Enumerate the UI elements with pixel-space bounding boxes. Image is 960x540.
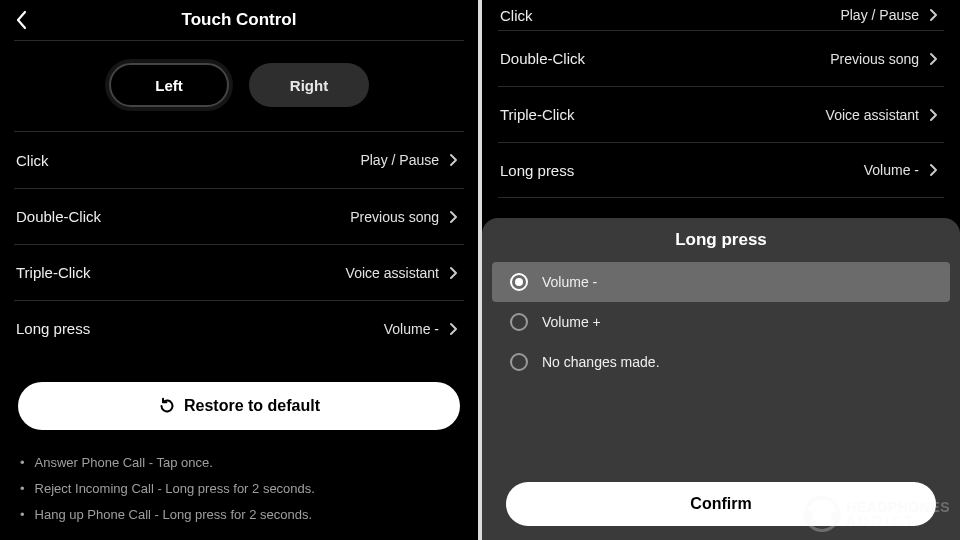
radio-icon	[510, 353, 528, 371]
chevron-right-icon	[449, 153, 458, 167]
row-long-press[interactable]: Long press Volume -	[498, 142, 944, 198]
chevron-right-icon	[449, 322, 458, 336]
row-value: Voice assistant	[346, 265, 439, 281]
chevron-right-icon	[929, 52, 938, 66]
refresh-icon	[158, 397, 176, 415]
radio-icon	[510, 273, 528, 291]
option-no-changes[interactable]: No changes made.	[492, 342, 950, 382]
row-label: Click	[16, 152, 49, 169]
row-label: Click	[500, 7, 533, 24]
tab-right-ear[interactable]: Right	[249, 63, 369, 107]
chevron-right-icon	[929, 8, 938, 22]
bullet-item: Reject Incoming Call - Long press for 2 …	[20, 476, 458, 502]
chevron-right-icon	[929, 108, 938, 122]
radio-icon	[510, 313, 528, 331]
row-value: Previous song	[350, 209, 439, 225]
tab-left-ear[interactable]: Left	[109, 63, 229, 107]
confirm-button[interactable]: Confirm	[506, 482, 936, 526]
ear-tabs: Left Right	[0, 41, 478, 131]
row-label: Double-Click	[16, 208, 101, 225]
row-triple-click[interactable]: Triple-Click Voice assistant	[498, 86, 944, 142]
row-double-click[interactable]: Double-Click Previous song	[498, 30, 944, 86]
row-label: Long press	[16, 320, 90, 337]
restore-default-button[interactable]: Restore to default	[18, 382, 460, 430]
chevron-right-icon	[449, 210, 458, 224]
row-value: Play / Pause	[840, 7, 919, 23]
row-label: Triple-Click	[16, 264, 90, 281]
bottom-sheet: Long press Volume - Volume + No changes …	[482, 218, 960, 540]
row-label: Triple-Click	[500, 106, 574, 123]
page-title: Touch Control	[0, 10, 478, 30]
sheet-title: Long press	[482, 230, 960, 250]
row-value: Voice assistant	[826, 107, 919, 123]
row-click[interactable]: Click Play / Pause	[14, 132, 464, 188]
row-double-click[interactable]: Double-Click Previous song	[14, 188, 464, 244]
bullet-item: Hang up Phone Call - Long press for 2 se…	[20, 502, 458, 528]
option-volume-up[interactable]: Volume +	[492, 302, 950, 342]
bullet-item: Answer Phone Call - Tap once.	[20, 450, 458, 476]
row-value: Volume -	[864, 162, 919, 178]
option-label: Volume -	[542, 274, 597, 290]
right-pane: Click Play / Pause Double-Click Previous…	[482, 0, 960, 540]
restore-label: Restore to default	[184, 397, 320, 415]
row-value: Previous song	[830, 51, 919, 67]
row-label: Long press	[500, 162, 574, 179]
chevron-right-icon	[929, 163, 938, 177]
row-value: Play / Pause	[360, 152, 439, 168]
help-bullets: Answer Phone Call - Tap once. Reject Inc…	[20, 450, 458, 528]
left-pane: Touch Control Left Right Click Play / Pa…	[0, 0, 478, 540]
option-label: Volume +	[542, 314, 601, 330]
row-click[interactable]: Click Play / Pause	[498, 0, 944, 30]
row-triple-click[interactable]: Triple-Click Voice assistant	[14, 244, 464, 300]
row-value: Volume -	[384, 321, 439, 337]
chevron-right-icon	[449, 266, 458, 280]
row-label: Double-Click	[500, 50, 585, 67]
option-volume-down[interactable]: Volume -	[492, 262, 950, 302]
row-long-press[interactable]: Long press Volume -	[14, 300, 464, 356]
option-label: No changes made.	[542, 354, 660, 370]
